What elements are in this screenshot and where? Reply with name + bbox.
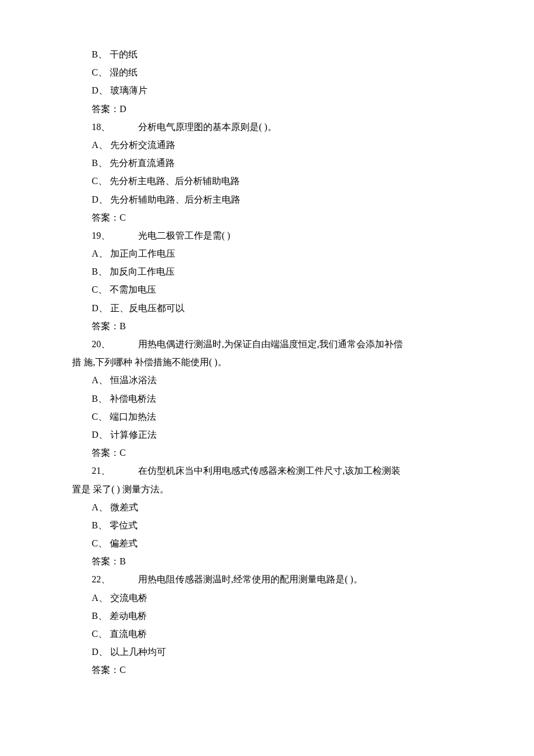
text-line: C、 直流电桥 <box>72 625 462 643</box>
text-line: 20、用热电偶进行测温时,为保证自由端温度恒定,我们通常会添加补偿 <box>72 335 462 353</box>
text-line: A、 微差式 <box>72 498 462 516</box>
question-stem: 分析电气原理图的基本原则是( )。 <box>138 122 277 132</box>
text-line: D、 以上几种均可 <box>72 643 462 661</box>
text-line: 答案：B <box>72 317 462 335</box>
text-line: 22、用热电阻传感器测温时,经常使用的配用测量电路是( )。 <box>72 570 462 588</box>
text-line: D、 正、反电压都可以 <box>72 299 462 317</box>
text-line: 18、分析电气原理图的基本原则是( )。 <box>72 118 462 136</box>
text-line: 21、在仿型机床当中利用电感式传感器来检测工件尺寸,该加工检测装 <box>72 462 462 480</box>
text-line: A、 先分析交流通路 <box>72 136 462 154</box>
text-line: 答案：C <box>72 661 462 679</box>
question-number: 19、 <box>92 231 110 240</box>
text-line: B、 零位式 <box>72 516 462 534</box>
text-line: C、 不需加电压 <box>72 280 462 298</box>
question-stem: 用热电阻传感器测温时,经常使用的配用测量电路是( )。 <box>138 574 363 584</box>
text-line: B、 干的纸 <box>72 45 462 63</box>
text-line: C、 偏差式 <box>72 534 462 552</box>
text-line: 答案：B <box>72 552 462 570</box>
text-line: 答案：D <box>72 100 462 118</box>
text-line: D、 计算修正法 <box>72 426 462 444</box>
document-body: B、 干的纸C、 湿的纸D、 玻璃薄片答案：D18、分析电气原理图的基本原则是(… <box>72 45 462 679</box>
question-number: 22、 <box>92 574 110 584</box>
text-line: D、 先分析辅助电路、后分析主电路 <box>72 190 462 208</box>
text-line: A、 交流电桥 <box>72 589 462 607</box>
question-stem: 在仿型机床当中利用电感式传感器来检测工件尺寸,该加工检测装 <box>138 466 400 476</box>
text-line: B、 差动电桥 <box>72 607 462 625</box>
text-line: A、 恒温冰浴法 <box>72 371 462 389</box>
question-number: 20、 <box>92 339 110 349</box>
text-line: A、 加正向工作电压 <box>72 244 462 262</box>
text-line: 置是 采了( ) 测量方法。 <box>72 480 462 498</box>
text-line: C、 先分析主电路、后分析辅助电路 <box>72 172 462 190</box>
text-line: B、 先分析直流通路 <box>72 154 462 172</box>
question-stem: 光电二极管工作是需( ) <box>138 231 230 240</box>
text-line: B、 补偿电桥法 <box>72 390 462 408</box>
text-line: 措 施,下列哪种 补偿措施不能使用( )。 <box>72 353 462 371</box>
text-line: C、 湿的纸 <box>72 63 462 81</box>
question-number: 21、 <box>92 466 110 476</box>
text-line: 19、光电二极管工作是需( ) <box>72 226 462 244</box>
text-line: D、 玻璃薄片 <box>72 81 462 99</box>
text-line: 答案：C <box>72 444 462 462</box>
text-line: 答案：C <box>72 208 462 226</box>
text-line: C、 端口加热法 <box>72 408 462 426</box>
question-number: 18、 <box>92 122 110 132</box>
question-stem: 用热电偶进行测温时,为保证自由端温度恒定,我们通常会添加补偿 <box>138 339 403 349</box>
text-line: B、 加反向工作电压 <box>72 262 462 280</box>
